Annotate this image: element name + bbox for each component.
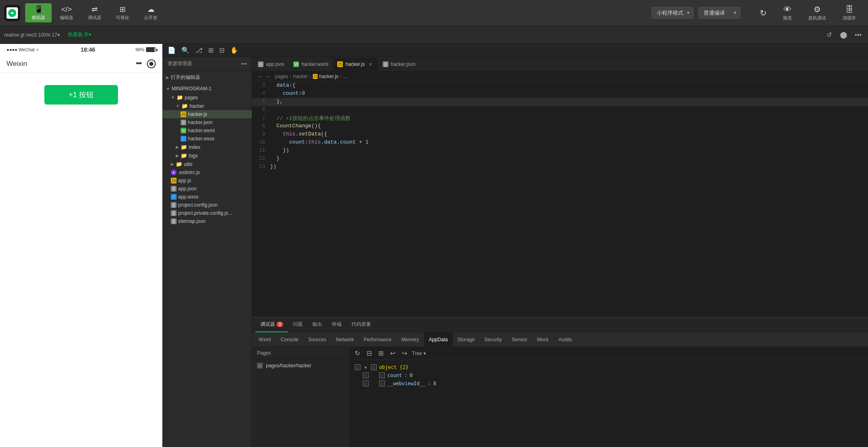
tab-hacker-js[interactable]: JS hacker.js ×	[333, 58, 377, 71]
devtool-audits[interactable]: Audits	[554, 332, 577, 347]
expand-btn[interactable]: ⊞	[377, 349, 385, 358]
devtool-mock[interactable]: Mock	[532, 332, 554, 347]
devtool-console[interactable]: Console	[276, 332, 303, 347]
more-btn[interactable]: •••	[853, 29, 864, 41]
tree-count-key: count	[387, 373, 402, 378]
tab-code-quality[interactable]: 代码质量	[347, 318, 376, 332]
tree-webviewid-key: __webviewId__	[387, 381, 425, 386]
devtool-appdata[interactable]: AppData	[424, 332, 453, 347]
tab-terminal[interactable]: 终端	[327, 318, 347, 332]
phone-content: +1 按钮	[0, 73, 162, 447]
app-wxss-item[interactable]: ~ app.wxss	[163, 193, 252, 201]
appjson-icon: {}	[171, 186, 177, 192]
drag-icon[interactable]: ✋	[229, 46, 240, 55]
collapse-btn[interactable]: ⊟	[365, 349, 373, 358]
page-item-label: pages/hacker/hacker	[266, 363, 311, 369]
hacker-folder[interactable]: 📁 hacker	[163, 102, 252, 110]
hacker-json-label: hacker.json	[188, 120, 213, 125]
hacker-js-item[interactable]: JS hacker.js	[163, 110, 252, 118]
app-json-item[interactable]: {} app.json	[163, 185, 252, 193]
tree-menu-btn[interactable]: •••	[241, 61, 247, 67]
source-control-icon[interactable]: ⎇	[194, 46, 204, 55]
devtool-sources[interactable]: Sources	[303, 332, 331, 347]
hacker-wxml-item[interactable]: W hacker.wxml	[163, 126, 252, 135]
project-header[interactable]: MINIPROGRAM-1	[163, 84, 252, 93]
breadcrumb-hackerjs: hacker.js	[319, 74, 338, 79]
tab-hackerjs-close[interactable]: ×	[367, 61, 374, 68]
utils-folder[interactable]: 📁 utils	[163, 160, 252, 168]
devtool-storage[interactable]: Storage	[453, 332, 480, 347]
opened-editors-section: 打开的编辑器	[163, 72, 252, 83]
simulator-btn[interactable]: 📱 模拟器	[25, 3, 52, 22]
compile-selector[interactable]: 普通编译 自定义编译	[698, 7, 740, 19]
project-config-item[interactable]: {} project.config.json	[163, 201, 252, 209]
tree-node-toggle[interactable]: □	[355, 364, 360, 370]
split-h-icon[interactable]: ⊟	[218, 46, 226, 55]
tab-output[interactable]: 输出	[308, 318, 327, 332]
refresh-data-btn[interactable]: ↻	[353, 349, 362, 358]
breadcrumb-pages: pages	[275, 74, 288, 79]
file-tree: 资源管理器 ••• 打开的编辑器	[163, 57, 252, 447]
logs-folder[interactable]: 📁 logs	[163, 151, 252, 160]
eslintrc-item[interactable]: ● .eslintrc.js	[163, 168, 252, 177]
tab-hacker-wxml[interactable]: W hacker.wxml	[289, 58, 332, 71]
code-line-13: 13 })	[252, 163, 868, 171]
devtool-security[interactable]: Security	[480, 332, 507, 347]
undo-btn[interactable]: ↩	[388, 349, 397, 358]
code-editor[interactable]: 3 data:{ 4 count:0 5 }, 6	[252, 82, 868, 317]
refresh-btn[interactable]: ↻	[752, 7, 775, 20]
hot-reload[interactable]: 热重载 开▾	[68, 31, 91, 38]
devtool-network[interactable]: Network	[331, 332, 359, 347]
new-file-icon[interactable]: 📄	[166, 46, 177, 55]
app-logo	[4, 5, 20, 21]
tab-issues[interactable]: 问题	[288, 318, 308, 332]
project-private-item[interactable]: {} project.private.config.js...	[163, 209, 252, 217]
devtool-wxml[interactable]: Wxml	[254, 332, 276, 347]
redo-btn[interactable]: ↪	[400, 349, 409, 358]
devtool-memory[interactable]: Memory	[397, 332, 424, 347]
tree-count-toggle[interactable]: □	[363, 373, 369, 378]
plus-one-button[interactable]: +1 按钮	[44, 85, 118, 105]
tree-select[interactable]: Tree ▾	[412, 351, 426, 356]
editor-btn[interactable]: </> 编辑器	[53, 4, 80, 22]
hacker-chevron	[176, 104, 180, 108]
app-js-item[interactable]: JS app.js	[163, 177, 252, 185]
index-folder[interactable]: 📁 index	[163, 143, 252, 151]
device-info[interactable]: realme gt neo3 100% 17▾	[4, 32, 60, 38]
debugger-btn[interactable]: ⇌ 调试器	[81, 3, 108, 22]
tree-colon1: :	[404, 373, 407, 378]
cloud-btn[interactable]: ☁ 云开发	[137, 3, 164, 22]
project-section: MINIPROGRAM-1 📁 pages 📁 hacker	[163, 84, 252, 225]
devtool-performance[interactable]: Performance	[359, 332, 397, 347]
breadcrumb-forward-btn[interactable]: →	[264, 73, 270, 80]
project-label: MINIPROGRAM-1	[172, 86, 212, 92]
search-icon[interactable]: 🔍	[180, 46, 191, 55]
preview-btn[interactable]: 👁 预览	[775, 3, 800, 23]
visualize-btn[interactable]: ⊞ 可视化	[109, 3, 136, 22]
split-icon[interactable]: ⊞	[207, 46, 215, 55]
tree-webviewid-toggle[interactable]: □	[363, 381, 369, 386]
page-item-hacker[interactable]: □ pages/hacker/hacker	[252, 360, 349, 372]
tab-hacker-json[interactable]: {} hacker.json	[379, 58, 420, 71]
compile-select-input[interactable]: 普通编译 自定义编译	[698, 7, 740, 19]
mode-selector[interactable]: 小程序模式 插件模式	[652, 7, 694, 19]
mode-select-input[interactable]: 小程序模式 插件模式	[652, 7, 694, 19]
tree-expand-btn[interactable]: ▼	[363, 364, 369, 370]
hacker-wxss-item[interactable]: ~ hacker.wxss	[163, 135, 252, 143]
tab-debugger[interactable]: 调试器 3	[255, 318, 288, 332]
breadcrumb-back-btn[interactable]: ←	[257, 73, 263, 80]
code-line-6: 6	[252, 106, 868, 114]
real-device-btn[interactable]: ⚙ 真机调试	[800, 3, 834, 23]
database-icon: 🗄	[845, 5, 853, 14]
hacker-json-item[interactable]: {} hacker.json	[163, 118, 252, 126]
tab-app-json[interactable]: {} app.json	[254, 58, 288, 71]
opened-editors-header[interactable]: 打开的编辑器	[163, 72, 252, 83]
sitemap-item[interactable]: {} sitemap.json	[163, 217, 252, 225]
refresh-second-btn[interactable]: ↺	[823, 29, 835, 41]
devtool-sensor[interactable]: Sensor	[507, 332, 532, 347]
stop-btn[interactable]: ⬤	[838, 29, 849, 41]
clear-cache-btn[interactable]: 🗄 清缓存	[834, 3, 864, 23]
pages-folder[interactable]: 📁 pages	[163, 93, 252, 102]
top-toolbar: 📱 模拟器 </> 编辑器 ⇌ 调试器 ⊞ 可视化 ☁ 云开发 小程序模式 插件…	[0, 0, 868, 26]
index-label: index	[189, 144, 201, 150]
